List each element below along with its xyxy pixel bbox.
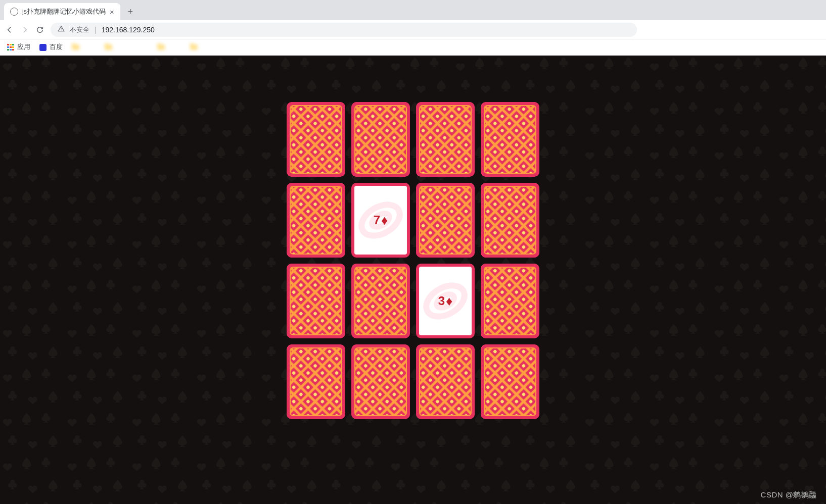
new-tab-button[interactable]: + (123, 5, 137, 19)
svg-rect-23 (484, 186, 536, 254)
card-back[interactable] (287, 102, 345, 177)
address-separator: | (95, 26, 97, 34)
forward-button[interactable] (20, 25, 29, 34)
card-back[interactable] (287, 264, 345, 338)
apps-grid-icon (7, 44, 14, 51)
reload-button[interactable] (35, 25, 44, 34)
card-back[interactable] (287, 344, 345, 419)
card-back[interactable] (416, 183, 475, 258)
card-back[interactable] (481, 344, 539, 419)
card-face[interactable]: 7♦ (351, 183, 410, 258)
bookmark-folder[interactable] (157, 43, 181, 52)
browser-tab-active[interactable]: js扑克牌翻牌记忆小游戏代码 × (4, 3, 120, 20)
card-back[interactable] (416, 344, 475, 419)
svg-rect-43 (420, 348, 471, 416)
apps-shortcut[interactable]: 应用 (7, 43, 30, 52)
bookmark-folder[interactable] (105, 43, 148, 52)
browser-toolbar: 不安全 | 192.168.129.250 (0, 20, 826, 39)
bookmark-folder[interactable] (72, 43, 96, 52)
security-label: 不安全 (70, 25, 89, 34)
card-grid: 7♦3♦ (287, 102, 539, 419)
svg-rect-46 (484, 348, 536, 416)
folder-icon (157, 44, 165, 50)
card-value: 7♦ (374, 213, 388, 227)
url-text: 192.168.129.250 (102, 26, 155, 34)
bookmark-baidu[interactable]: 百度 (39, 43, 63, 52)
card-value: 3♦ (438, 294, 453, 308)
svg-rect-12 (484, 106, 536, 173)
card-back[interactable] (481, 102, 539, 177)
bookmark-folder[interactable] (190, 43, 220, 52)
card-rank: 3 (438, 294, 445, 308)
card-back[interactable] (351, 344, 410, 419)
diamond-icon: ♦ (381, 214, 388, 227)
svg-rect-37 (290, 348, 342, 416)
bookmarks-bar: 应用 百度 (0, 39, 826, 56)
svg-rect-26 (290, 267, 342, 335)
address-bar[interactable]: 不安全 | 192.168.129.250 (51, 23, 637, 37)
globe-icon (10, 8, 18, 16)
plus-icon: + (128, 7, 133, 17)
card-face[interactable]: 3♦ (416, 264, 475, 338)
card-back[interactable] (481, 264, 539, 338)
card-back[interactable] (416, 102, 475, 177)
card-back[interactable] (351, 264, 410, 338)
svg-rect-40 (355, 348, 406, 416)
svg-rect-3 (290, 106, 342, 173)
apps-label: 应用 (17, 43, 30, 52)
card-rank: 7 (374, 213, 380, 227)
svg-rect-34 (484, 267, 536, 335)
folder-icon (105, 44, 112, 50)
back-button[interactable] (5, 25, 14, 34)
card-back[interactable] (287, 183, 345, 258)
svg-rect-29 (355, 267, 406, 335)
bookmark-baidu-label: 百度 (50, 43, 63, 52)
page-viewport: 7♦3♦ CSDN @鹓鶵龘 (0, 56, 826, 504)
tab-title: js扑克牌翻牌记忆小游戏代码 (22, 8, 106, 16)
svg-rect-20 (420, 186, 471, 254)
svg-rect-6 (355, 106, 406, 173)
folder-icon (190, 44, 198, 50)
diamond-icon: ♦ (446, 294, 452, 308)
baidu-icon (39, 44, 47, 51)
svg-rect-9 (420, 106, 471, 173)
card-back[interactable] (351, 102, 410, 177)
folder-icon (72, 44, 79, 50)
card-back[interactable] (481, 183, 539, 258)
tab-close-icon[interactable]: × (110, 8, 114, 16)
svg-rect-15 (290, 186, 342, 254)
warning-icon (58, 25, 65, 34)
browser-tabstrip: js扑克牌翻牌记忆小游戏代码 × + (0, 0, 826, 20)
